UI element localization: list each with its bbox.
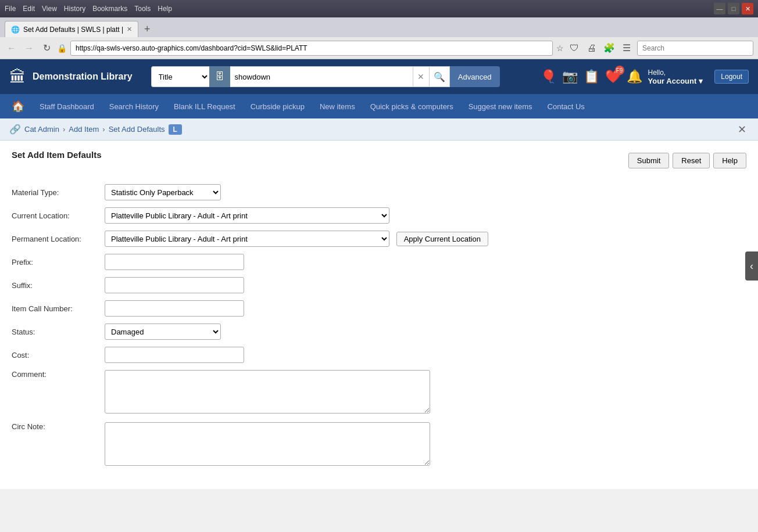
app-header: 🏛 Demonstration Library Title 🗄 ✕ 🔍 Adva…: [0, 59, 758, 94]
apply-current-location-button[interactable]: Apply Current Location: [396, 232, 488, 246]
browser-titlebar: File Edit View History Bookmarks Tools H…: [0, 0, 758, 17]
account-greeting: Hello,: [648, 69, 666, 77]
status-label: Status:: [12, 320, 105, 343]
comment-label: Comment:: [12, 366, 105, 419]
secure-icon: 🔒: [57, 44, 67, 53]
cost-field: [105, 343, 746, 366]
material-type-field: Statistic Only PaperbackBookDVDMagazineC…: [105, 181, 746, 204]
account-section[interactable]: Hello, Your Account ▾: [648, 69, 703, 85]
database-icon: 🗄: [215, 71, 224, 82]
page-title: Set Add Item Defaults: [12, 150, 101, 160]
breadcrumb-icon: 🔗: [9, 124, 21, 135]
favorites-icon[interactable]: ❤️ F9: [605, 69, 621, 84]
breadcrumb-bar: 🔗 Cat Admin › Add Item › Set Add Default…: [0, 118, 758, 141]
menu-history[interactable]: History: [64, 5, 85, 13]
tab-bar: 🌐 Set Add Defaults | SWLS | platt | ✕ +: [0, 17, 758, 37]
item-call-number-input[interactable]: [105, 300, 244, 317]
breadcrumb-cat-admin[interactable]: Cat Admin: [24, 125, 59, 134]
new-tab-button[interactable]: +: [141, 21, 154, 37]
help-button[interactable]: Help: [713, 153, 746, 168]
favorites-badge: F9: [615, 66, 624, 75]
side-pull-tab[interactable]: ‹: [745, 251, 758, 281]
app-logo-icon: 🏛: [9, 67, 26, 87]
current-location-row: Current Location: Platteville Public Lib…: [12, 204, 746, 227]
status-select[interactable]: DamagedAvailableChecked OutLostMissing: [105, 323, 221, 340]
back-button[interactable]: ←: [5, 41, 19, 55]
circ-note-field: [105, 419, 746, 471]
suffix-row: Suffix:: [12, 274, 746, 297]
nav-curbside[interactable]: Curbside pickup: [244, 98, 312, 116]
submit-button[interactable]: Submit: [628, 153, 669, 168]
tab-title: Set Add Defaults | SWLS | platt |: [23, 26, 123, 34]
tab-close-button[interactable]: ✕: [127, 26, 132, 33]
reload-button[interactable]: ↻: [40, 41, 53, 55]
bookmark-icon[interactable]: ☆: [556, 44, 564, 53]
forward-button[interactable]: →: [22, 41, 36, 55]
window-minimize-button[interactable]: —: [714, 3, 725, 15]
permanent-location-row: Permanent Location: Platteville Public L…: [12, 227, 746, 250]
main-search-input[interactable]: [230, 66, 413, 87]
current-location-select[interactable]: Platteville Public Library - Adult - Art…: [105, 207, 389, 224]
chevron-down-icon: ▾: [699, 77, 703, 85]
camera-icon[interactable]: 📷: [562, 69, 578, 84]
extension-icon[interactable]: 🧩: [602, 41, 616, 55]
nav-contact-us[interactable]: Contact Us: [541, 98, 592, 116]
search-clear-button[interactable]: ✕: [413, 66, 429, 87]
material-type-select[interactable]: Statistic Only PaperbackBookDVDMagazineC…: [105, 184, 221, 200]
notifications-icon[interactable]: 🔔: [627, 69, 642, 84]
menu-icon[interactable]: ☰: [620, 41, 634, 55]
tab-favicon: 🌐: [11, 26, 20, 34]
breadcrumb-close-button[interactable]: ✕: [735, 123, 749, 136]
browser-search-input[interactable]: [637, 41, 753, 56]
menu-bookmarks[interactable]: Bookmarks: [92, 5, 127, 13]
nav-staff-dashboard[interactable]: Staff Dashboard: [33, 98, 101, 116]
window-close-button[interactable]: ✕: [742, 3, 753, 15]
list-icon[interactable]: 📋: [584, 69, 599, 84]
url-input[interactable]: [70, 41, 553, 56]
breadcrumb-add-item[interactable]: Add Item: [69, 125, 99, 134]
shield-icon[interactable]: 🛡: [567, 41, 581, 55]
suffix-input[interactable]: [105, 277, 244, 293]
circ-note-textarea[interactable]: [105, 422, 430, 466]
menu-view[interactable]: View: [42, 5, 57, 13]
reset-button[interactable]: Reset: [673, 153, 710, 168]
status-row: Status: DamagedAvailableChecked OutLostM…: [12, 320, 746, 343]
breadcrumb-set-add-defaults[interactable]: Set Add Defaults: [109, 125, 165, 134]
circ-note-label: Circ Note:: [12, 419, 105, 471]
logout-button[interactable]: Logout: [714, 70, 749, 84]
current-location-field: Platteville Public Library - Adult - Art…: [105, 204, 746, 227]
nav-new-items[interactable]: New items: [313, 98, 362, 116]
breadcrumb-sep-2: ›: [102, 125, 105, 134]
menu-edit[interactable]: Edit: [23, 5, 35, 13]
nav-quick-picks[interactable]: Quick picks & computers: [363, 98, 460, 116]
window-maximize-button[interactable]: □: [728, 3, 739, 15]
suffix-field: [105, 274, 746, 297]
permanent-location-select[interactable]: Platteville Public Library - Adult - Art…: [105, 231, 389, 247]
search-db-icon: 🗄: [209, 66, 230, 87]
nav-blank-ill[interactable]: Blank ILL Request: [167, 98, 242, 116]
item-call-number-field: [105, 297, 746, 320]
menu-file[interactable]: File: [5, 5, 16, 13]
account-name[interactable]: Your Account ▾: [648, 77, 703, 85]
balloon-icon[interactable]: 🎈: [541, 69, 556, 84]
material-type-row: Material Type: Statistic Only PaperbackB…: [12, 181, 746, 204]
circ-note-row: Circ Note:: [12, 419, 746, 471]
menu-tools[interactable]: Tools: [134, 5, 151, 13]
menu-help[interactable]: Help: [158, 5, 172, 13]
nav-suggest-items[interactable]: Suggest new items: [462, 98, 539, 116]
cost-input[interactable]: [105, 347, 244, 363]
header-icons: 🎈 📷 📋 ❤️ F9 🔔 Hello, Your Account ▾ Logo…: [541, 69, 749, 85]
home-nav-item[interactable]: 🏠: [5, 95, 31, 117]
status-field: DamagedAvailableChecked OutLostMissing: [105, 320, 746, 343]
nav-search-history[interactable]: Search History: [102, 98, 166, 116]
active-tab[interactable]: 🌐 Set Add Defaults | SWLS | platt | ✕: [5, 21, 138, 37]
prefix-row: Prefix:: [12, 250, 746, 274]
advanced-search-button[interactable]: Advanced: [450, 66, 500, 87]
suffix-label: Suffix:: [12, 274, 105, 297]
prefix-input[interactable]: [105, 254, 244, 270]
window-controls: — □ ✕: [714, 3, 753, 15]
print-icon[interactable]: 🖨: [585, 41, 599, 55]
search-type-select[interactable]: Title: [151, 66, 209, 87]
search-go-button[interactable]: 🔍: [429, 66, 450, 87]
comment-textarea[interactable]: [105, 370, 430, 414]
